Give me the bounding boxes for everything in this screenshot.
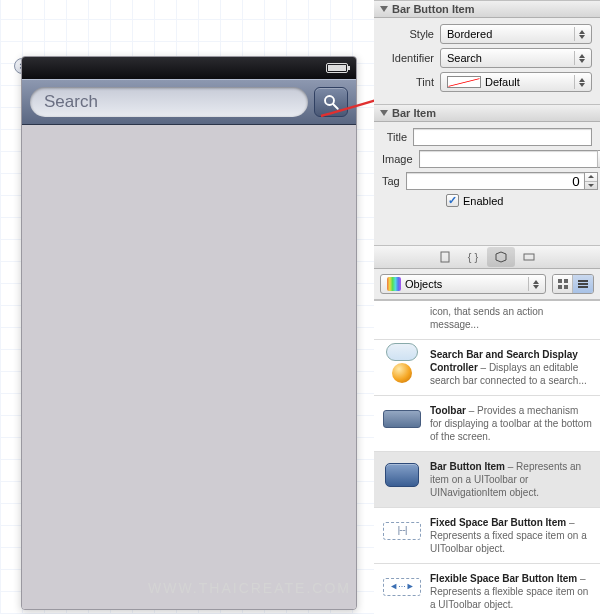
tag-stepper[interactable] [584, 172, 598, 190]
list-item[interactable]: icon, that sends an action message... [374, 301, 600, 340]
enabled-checkbox[interactable]: ✓ [446, 194, 459, 207]
bar-button-icon [385, 463, 419, 487]
search-button[interactable] [314, 87, 348, 117]
image-field[interactable] [419, 150, 597, 168]
inspector-panel: Bar Button Item Style Bordered Identifie… [374, 0, 600, 614]
identifier-value: Search [447, 52, 482, 64]
image-label: Image [382, 153, 419, 165]
view-grid-button[interactable] [553, 275, 573, 293]
disclosure-triangle-icon [380, 6, 388, 12]
svg-rect-8 [578, 280, 588, 282]
style-popup[interactable]: Bordered [440, 24, 592, 44]
enabled-label: Enabled [463, 195, 503, 207]
style-value: Bordered [447, 28, 492, 40]
tab-files[interactable] [431, 247, 459, 267]
search-placeholder: Search [44, 92, 98, 112]
popup-arrows-icon [574, 51, 588, 65]
color-swatch-icon [447, 76, 481, 88]
svg-rect-6 [558, 285, 562, 289]
svg-rect-10 [578, 286, 588, 288]
style-label: Style [382, 28, 440, 40]
identifier-label: Identifier [382, 52, 440, 64]
status-bar [22, 57, 356, 79]
list-icon [578, 279, 588, 289]
svg-rect-5 [564, 279, 568, 283]
rainbow-icon [387, 277, 401, 291]
cube-icon [495, 251, 507, 263]
tint-value: Default [485, 76, 520, 88]
search-bar-icon [386, 343, 418, 361]
tag-label: Tag [382, 175, 406, 187]
search-input[interactable]: Search [30, 87, 308, 117]
popup-arrows-icon [528, 277, 542, 291]
tab-objects[interactable] [487, 247, 515, 267]
section-bar-button-item[interactable]: Bar Button Item [374, 0, 600, 18]
file-icon [439, 251, 451, 263]
tab-snippets[interactable]: { } [459, 247, 487, 267]
battery-icon [326, 63, 348, 73]
popup-arrows-icon [574, 75, 588, 89]
title-label: Title [382, 131, 413, 143]
orb-icon [392, 363, 412, 383]
grid-icon [558, 279, 568, 289]
list-item[interactable]: Search Bar and Search Display Controller… [374, 340, 600, 396]
toolbar-icon [383, 410, 421, 428]
popup-arrows-icon [574, 27, 588, 41]
svg-rect-3 [524, 254, 534, 260]
tint-popup[interactable]: Default [440, 72, 592, 92]
image-combo-button[interactable] [597, 150, 600, 168]
navigation-toolbar[interactable]: Search [22, 79, 356, 125]
tint-label: Tint [382, 76, 440, 88]
svg-line-1 [333, 104, 338, 109]
objects-popup[interactable]: Objects [380, 274, 546, 294]
list-item[interactable]: Bar Button Item – Represents an item on … [374, 452, 600, 508]
list-item[interactable]: Toolbar – Provides a mechanism for displ… [374, 396, 600, 452]
library-tabs: { } [374, 245, 600, 269]
view-list-button[interactable] [573, 275, 593, 293]
object-library-list[interactable]: icon, that sends an action message... Se… [374, 300, 600, 614]
svg-rect-7 [564, 285, 568, 289]
svg-rect-9 [578, 283, 588, 285]
tag-field[interactable] [406, 172, 585, 190]
ib-canvas[interactable]: ✕ Search [0, 0, 374, 614]
magnifying-glass-icon [322, 93, 340, 111]
identifier-popup[interactable]: Search [440, 48, 592, 68]
view-mode-toggle [552, 274, 594, 294]
list-item[interactable]: ◄···► Flexible Space Bar Button Item – R… [374, 564, 600, 614]
media-icon [523, 251, 535, 263]
watermark: WWW.THAICREATE.COM [148, 580, 351, 596]
disclosure-triangle-icon [380, 110, 388, 116]
tab-media[interactable] [515, 247, 543, 267]
section-title: Bar Item [392, 107, 436, 119]
section-bar-item[interactable]: Bar Item [374, 104, 600, 122]
view-content[interactable] [22, 125, 356, 609]
objects-value: Objects [405, 278, 442, 290]
fixed-space-icon: |····| [383, 522, 421, 540]
iphone-frame: Search [21, 56, 357, 610]
svg-rect-4 [558, 279, 562, 283]
flexible-space-icon: ◄···► [383, 578, 421, 596]
list-item[interactable]: |····| Fixed Space Bar Button Item – Rep… [374, 508, 600, 564]
title-field[interactable] [413, 128, 592, 146]
section-title: Bar Button Item [392, 3, 475, 15]
svg-rect-2 [441, 252, 449, 262]
